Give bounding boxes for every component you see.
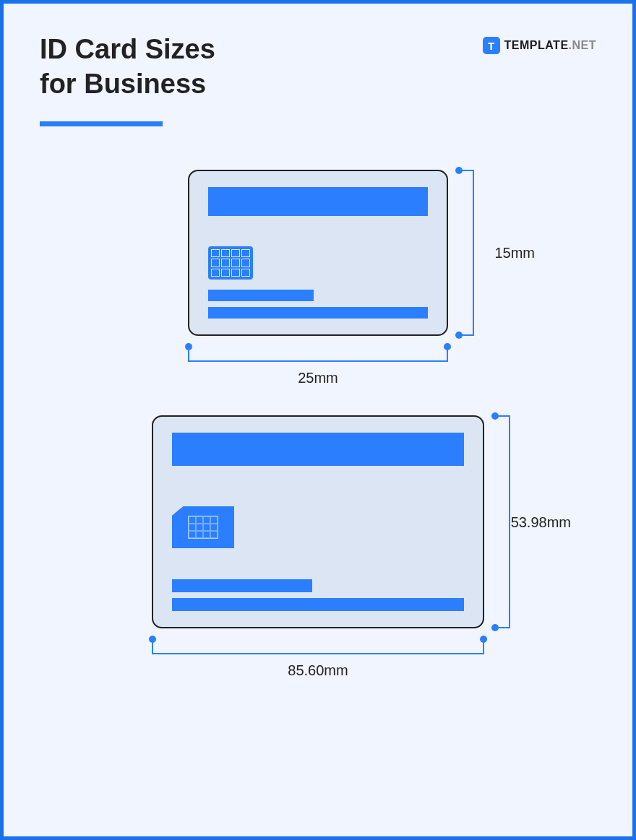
header: ID Card Sizes for Business T TEMPLATE.NE… <box>40 33 596 126</box>
chip-icon <box>208 246 253 280</box>
height-bracket <box>460 170 474 336</box>
card-line-long <box>208 307 428 319</box>
page-title: ID Card Sizes for Business <box>40 33 215 101</box>
card-large <box>152 415 484 628</box>
title-line-1: ID Card Sizes <box>40 34 215 64</box>
title-block: ID Card Sizes for Business <box>40 33 215 126</box>
card-line-short <box>208 290 314 301</box>
card-top-stripe <box>172 433 464 466</box>
width-bracket <box>188 347 448 362</box>
diagram-area: 15mm 25mm <box>40 170 596 628</box>
card-bottom-lines <box>172 579 464 611</box>
chip-row <box>208 246 428 280</box>
brand-icon-letter: T <box>488 40 494 52</box>
brand-name: TEMPLATE <box>504 39 569 51</box>
page-frame: ID Card Sizes for Business T TEMPLATE.NE… <box>0 0 636 840</box>
card-block-small: 15mm 25mm <box>188 170 448 336</box>
width-bracket <box>152 640 484 654</box>
card-top-stripe <box>208 187 428 216</box>
sim-icon <box>172 506 234 548</box>
height-bracket <box>496 415 510 628</box>
brand-text: TEMPLATE.NET <box>504 39 596 52</box>
card-small <box>188 170 448 336</box>
brand-logo: T TEMPLATE.NET <box>483 37 596 54</box>
width-label: 25mm <box>298 370 338 386</box>
sim-row <box>172 506 464 548</box>
brand-suffix: .NET <box>569 39 596 51</box>
card-line-long <box>172 598 464 611</box>
title-line-2: for Business <box>40 69 206 99</box>
height-label: 53.98mm <box>511 514 571 530</box>
card-line-short <box>172 579 312 592</box>
card-bottom-lines <box>208 290 428 319</box>
width-label: 85.60mm <box>288 662 348 679</box>
card-block-large: 53.98mm 85.60mm <box>152 415 484 628</box>
title-underline <box>40 121 163 126</box>
brand-icon: T <box>483 37 500 54</box>
height-label: 15mm <box>494 245 535 261</box>
